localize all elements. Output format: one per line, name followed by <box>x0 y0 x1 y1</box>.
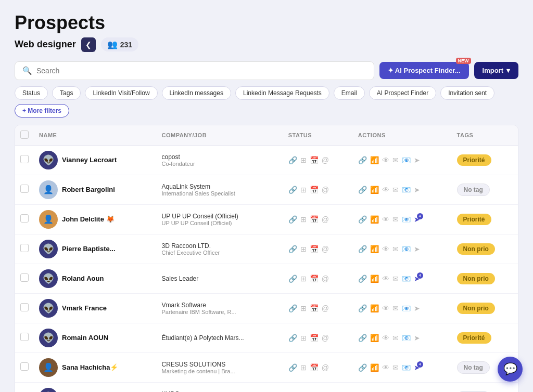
envelope-icon[interactable]: 📧 <box>402 304 411 312</box>
eye-icon[interactable]: 👁 <box>382 275 389 283</box>
eye-icon[interactable]: 👁 <box>382 363 389 372</box>
tag-badge[interactable]: Non prio <box>457 273 495 284</box>
calendar-icon[interactable]: 📅 <box>310 275 319 283</box>
filter-status[interactable]: Status <box>15 86 48 100</box>
envelope-icon[interactable]: 📧 <box>402 215 411 224</box>
network-icon[interactable]: ⊞ <box>300 186 307 194</box>
calendar-icon[interactable]: 📅 <box>310 304 319 312</box>
row-checkbox-8[interactable] <box>20 362 29 371</box>
chain-icon[interactable]: 🔗 <box>358 334 367 342</box>
eye-icon[interactable]: 👁 <box>382 186 389 194</box>
mail-icon[interactable]: ✉ <box>392 156 399 164</box>
eye-icon[interactable]: 👁 <box>382 245 389 253</box>
send-icon[interactable]: ➤ <box>414 186 420 194</box>
filter-invitation[interactable]: Invitation sent <box>440 86 494 100</box>
eye-icon[interactable]: 👁 <box>382 304 389 312</box>
calendar-icon[interactable]: 📅 <box>310 156 319 164</box>
send-icon[interactable]: ➤ <box>414 156 420 164</box>
link-icon[interactable]: 🔗 <box>288 245 297 253</box>
mail-icon[interactable]: ✉ <box>392 275 399 283</box>
mail-icon[interactable]: ✉ <box>392 304 399 312</box>
mail-icon[interactable]: ✉ <box>392 363 399 372</box>
filter-email[interactable]: Email <box>334 86 365 100</box>
envelope-icon[interactable]: 📧 <box>402 334 411 342</box>
wifi-icon[interactable]: 📶 <box>370 275 379 283</box>
tag-badge[interactable]: Priorité <box>457 332 491 344</box>
chain-icon[interactable]: 🔗 <box>358 275 367 283</box>
row-checkbox-6[interactable] <box>20 303 29 311</box>
ai-prospect-finder-button[interactable]: NEW ✦ AI Prospect Finder... <box>379 62 469 79</box>
at-icon[interactable]: @ <box>322 186 329 194</box>
at-icon[interactable]: @ <box>322 304 329 312</box>
network-icon[interactable]: ⊞ <box>300 334 307 342</box>
row-checkbox-4[interactable] <box>20 244 29 252</box>
envelope-icon[interactable]: 📧 <box>402 245 411 253</box>
link-icon[interactable]: 🔗 <box>288 156 297 164</box>
tag-badge[interactable]: No tag <box>457 184 490 196</box>
envelope-icon[interactable]: 📧 <box>402 156 411 164</box>
chevron-left-button[interactable]: ❮ <box>81 37 96 52</box>
link-icon[interactable]: 🔗 <box>288 304 297 312</box>
chain-icon[interactable]: 🔗 <box>358 186 367 194</box>
filter-ai-prospect[interactable]: AI Prospect Finder <box>369 86 436 100</box>
network-icon[interactable]: ⊞ <box>300 304 307 312</box>
mail-icon[interactable]: ✉ <box>392 186 399 194</box>
wifi-icon[interactable]: 📶 <box>370 334 379 342</box>
send-icon[interactable]: ➤ <box>414 304 420 312</box>
tag-badge[interactable]: No tag <box>457 361 490 374</box>
envelope-icon[interactable]: 📧 <box>402 275 411 283</box>
link-icon[interactable]: 🔗 <box>288 186 297 194</box>
calendar-icon[interactable]: 📅 <box>310 186 319 194</box>
row-checkbox-2[interactable] <box>20 185 29 193</box>
row-checkbox-7[interactable] <box>20 333 29 341</box>
calendar-icon[interactable]: 📅 <box>310 334 319 342</box>
eye-icon[interactable]: 👁 <box>382 156 389 164</box>
wifi-icon[interactable]: 📶 <box>370 304 379 312</box>
filter-linkedin-requests[interactable]: Linkedin Message Requests <box>235 86 329 100</box>
network-icon[interactable]: ⊞ <box>300 275 307 283</box>
at-icon[interactable]: @ <box>322 363 329 372</box>
network-icon[interactable]: ⊞ <box>300 363 307 372</box>
tag-badge[interactable]: Non prio <box>457 243 495 255</box>
send-icon[interactable]: ➤ <box>414 245 420 253</box>
wifi-icon[interactable]: 📶 <box>370 186 379 194</box>
calendar-icon[interactable]: 📅 <box>310 245 319 253</box>
tag-badge[interactable]: Priorité <box>457 154 491 166</box>
chain-icon[interactable]: 🔗 <box>358 363 367 372</box>
envelope-icon[interactable]: 📧 <box>402 186 411 194</box>
filter-tags[interactable]: Tags <box>52 86 81 100</box>
chain-icon[interactable]: 🔗 <box>358 215 367 224</box>
tag-badge[interactable]: Priorité <box>457 214 491 225</box>
link-icon[interactable]: 🔗 <box>288 275 297 283</box>
at-icon[interactable]: @ <box>322 215 329 224</box>
chat-button[interactable]: 💬 <box>498 357 523 382</box>
more-filters-button[interactable]: + More filters <box>15 104 69 117</box>
chain-icon[interactable]: 🔗 <box>358 156 367 164</box>
filter-linkedin-visit[interactable]: LinkedIn Visit/Follow <box>85 86 157 100</box>
wifi-icon[interactable]: 📶 <box>370 363 379 372</box>
link-icon[interactable]: 🔗 <box>288 215 297 224</box>
mail-icon[interactable]: ✉ <box>392 215 399 224</box>
eye-icon[interactable]: 👁 <box>382 334 389 342</box>
link-icon[interactable]: 🔗 <box>288 363 297 372</box>
network-icon[interactable]: ⊞ <box>300 156 307 164</box>
row-checkbox-1[interactable] <box>20 155 29 163</box>
wifi-icon[interactable]: 📶 <box>370 156 379 164</box>
calendar-icon[interactable]: 📅 <box>310 363 319 372</box>
select-all-checkbox[interactable] <box>20 130 29 139</box>
send-icon[interactable]: ➤ <box>414 334 420 342</box>
network-icon[interactable]: ⊞ <box>300 245 307 253</box>
wifi-icon[interactable]: 📶 <box>370 245 379 253</box>
wifi-icon[interactable]: 📶 <box>370 215 379 224</box>
eye-icon[interactable]: 👁 <box>382 215 389 224</box>
search-input[interactable] <box>36 67 366 75</box>
import-button[interactable]: Import ▾ <box>474 62 518 79</box>
row-checkbox-3[interactable] <box>20 214 29 223</box>
at-icon[interactable]: @ <box>322 245 329 253</box>
mail-icon[interactable]: ✉ <box>392 245 399 253</box>
row-checkbox-5[interactable] <box>20 273 29 282</box>
envelope-icon[interactable]: 📧 <box>402 363 411 372</box>
chain-icon[interactable]: 🔗 <box>358 304 367 312</box>
mail-icon[interactable]: ✉ <box>392 334 399 342</box>
calendar-icon[interactable]: 📅 <box>310 215 319 224</box>
